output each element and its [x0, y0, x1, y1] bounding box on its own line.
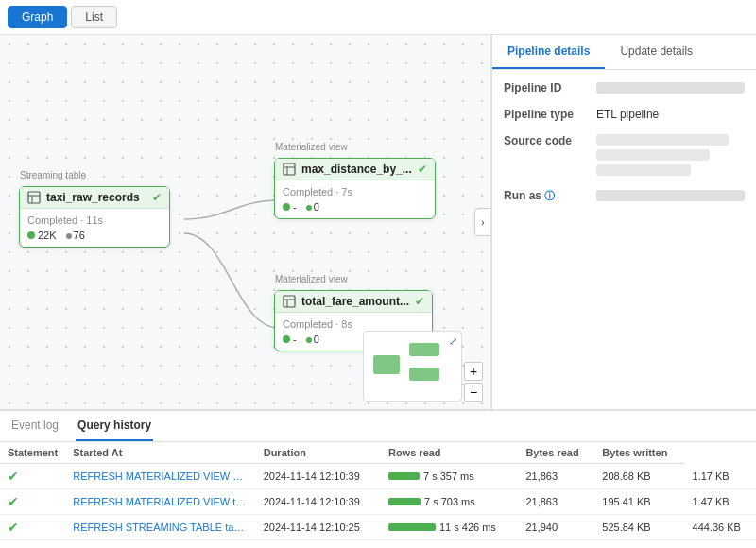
pipeline-type-row: Pipeline type ETL pipeline: [504, 108, 745, 121]
status-ok-icon: ✔: [8, 520, 19, 535]
list-tab[interactable]: List: [71, 6, 117, 28]
cell-rows-read: 21,940: [518, 515, 594, 540]
mat2-node-header: total_fare_amount... ✔: [275, 291, 432, 313]
mat1-node-header: max_distance_by_... ✔: [275, 159, 435, 180]
source-code-value: [596, 134, 745, 176]
mat1-check-icon: ✔: [418, 163, 427, 176]
cell-duration: 7 s 357 ms: [381, 464, 518, 489]
table-icon: [27, 191, 41, 204]
mat2-status: Completed · 8s: [283, 318, 424, 330]
collapse-panel-button[interactable]: ›: [474, 208, 491, 236]
col-started-at: Started At: [65, 442, 256, 464]
minimap-container: ⤢: [363, 331, 462, 402]
query-history-tab[interactable]: Query history: [76, 411, 153, 441]
streaming-table-node[interactable]: Streaming table taxi_raw_records ✔ Compl…: [19, 186, 170, 248]
zoom-in-button[interactable]: +: [464, 362, 483, 381]
run-as-row: Run as ⓘ: [504, 189, 745, 203]
query-history-table-container[interactable]: Statement Started At Duration Rows read …: [0, 442, 756, 548]
cell-started-at: 2024-11-14 12:10:25: [256, 515, 381, 540]
cell-status: ✔: [0, 515, 65, 540]
streaming-label: Streaming table: [20, 170, 86, 180]
mat1-table-icon: [283, 163, 296, 176]
table-row: ✔ REFRESH STREAMING TABLE taxi_raw... 20…: [0, 515, 756, 540]
status-ok-icon: ✔: [8, 494, 19, 509]
cell-bytes-written: 1.17 KB: [685, 464, 756, 489]
mat2-node-title: total_fare_amount...: [301, 295, 409, 308]
cell-duration: 11 s 426 ms: [381, 515, 518, 540]
status-ok-icon: ✔: [8, 469, 19, 484]
cell-bytes-read: 195.41 KB: [594, 489, 684, 515]
cell-started-at: 2024-11-14 12:10:39: [256, 464, 381, 489]
col-duration: Duration: [256, 442, 381, 464]
bottom-panel: Event log Query history Statement Starte…: [0, 409, 756, 548]
streaming-stat2: 76: [74, 230, 85, 241]
mat1-node-title: max_distance_by_...: [301, 163, 412, 176]
cell-bytes-read: 525.84 KB: [594, 515, 684, 540]
panel-tabs: Pipeline details Update details: [492, 35, 756, 70]
cell-statement[interactable]: REFRESH MATERIALIZED VIEW total_fa...: [65, 489, 256, 515]
pipeline-id-value: [596, 82, 745, 94]
source-code-label: Source code: [504, 134, 589, 176]
col-statement: Statement: [0, 442, 65, 464]
event-log-tab[interactable]: Event log: [9, 411, 60, 441]
pipeline-type-label: Pipeline type: [504, 108, 589, 121]
mat2-check-icon: ✔: [415, 295, 424, 308]
col-bytes-written: Bytes written: [594, 442, 684, 464]
panel-tab-update-details[interactable]: Update details: [605, 35, 708, 69]
cell-started-at: 2024-11-14 12:10:39: [256, 489, 381, 515]
streaming-node-header: taxi_raw_records ✔: [20, 187, 169, 209]
graph-area[interactable]: Streaming table taxi_raw_records ✔ Compl…: [0, 35, 491, 409]
cell-bytes-written: 444.36 KB: [685, 515, 756, 540]
mat1-stat1: -: [293, 201, 297, 213]
table-header-row: Statement Started At Duration Rows read …: [0, 442, 756, 464]
mat2-stat2: 0: [314, 334, 319, 345]
run-as-value: [596, 190, 745, 201]
mat2-table-icon: [283, 295, 296, 308]
streaming-node-title: taxi_raw_records: [46, 191, 146, 204]
mat1-label: Materialized view: [275, 142, 348, 152]
table-row: ✔ REFRESH MATERIALIZED VIEW max_di... 20…: [0, 464, 756, 489]
streaming-stat1: 22K: [38, 230, 57, 241]
mat1-stats: - 0: [283, 201, 427, 213]
right-panel: Pipeline details Update details Pipeline…: [491, 35, 756, 409]
cell-bytes-read: 208.68 KB: [594, 464, 684, 489]
graph-tab[interactable]: Graph: [8, 6, 67, 28]
svg-rect-6: [284, 296, 295, 307]
bottom-tabs: Event log Query history: [0, 411, 756, 442]
run-as-label: Run as ⓘ: [504, 189, 589, 203]
mat1-stat2: 0: [314, 201, 319, 213]
svg-rect-0: [28, 192, 40, 203]
cell-status: ✔: [0, 489, 65, 515]
minimap[interactable]: ⤢: [363, 331, 462, 402]
cell-rows-read: 21,863: [518, 464, 594, 489]
query-history-table: Statement Started At Duration Rows read …: [0, 442, 756, 540]
run-as-info-icon[interactable]: ⓘ: [544, 190, 555, 201]
col-rows-read: Rows read: [381, 442, 518, 464]
top-tab-bar: Graph List: [0, 0, 756, 35]
zoom-controls: + −: [464, 362, 483, 402]
streaming-check-icon: ✔: [152, 191, 162, 204]
table-row: ✔ REFRESH MATERIALIZED VIEW total_fa... …: [0, 489, 756, 515]
cell-duration: 7 s 703 ms: [381, 489, 518, 515]
col-bytes-read: Bytes read: [518, 442, 594, 464]
pipeline-type-value: ETL pipeline: [596, 108, 745, 121]
mat1-status: Completed · 7s: [283, 186, 427, 197]
cell-statement[interactable]: REFRESH STREAMING TABLE taxi_raw...: [65, 515, 256, 540]
zoom-out-button[interactable]: −: [464, 383, 483, 402]
expand-icon[interactable]: ⤢: [449, 335, 457, 348]
svg-rect-3: [284, 163, 295, 175]
cell-statement[interactable]: REFRESH MATERIALIZED VIEW max_di...: [65, 464, 256, 489]
source-code-row: Source code: [504, 134, 745, 176]
cell-status: ✔: [0, 464, 65, 489]
panel-tab-pipeline-details[interactable]: Pipeline details: [492, 35, 605, 69]
mat2-stat1: -: [293, 334, 297, 345]
streaming-node-body: Completed · 11s 22K 76: [20, 209, 169, 247]
mat2-label: Materialized view: [275, 274, 348, 284]
cell-bytes-written: 1.47 KB: [685, 489, 756, 515]
mat-view-1-node[interactable]: Materialized view max_distance_by_... ✔ …: [274, 158, 436, 219]
panel-content: Pipeline ID Pipeline type ETL pipeline S…: [492, 70, 756, 409]
pipeline-id-row: Pipeline ID: [504, 81, 745, 94]
streaming-status: Completed · 11s: [27, 214, 162, 226]
mat1-node-body: Completed · 7s - 0: [275, 180, 435, 218]
streaming-stats: 22K 76: [27, 230, 162, 241]
